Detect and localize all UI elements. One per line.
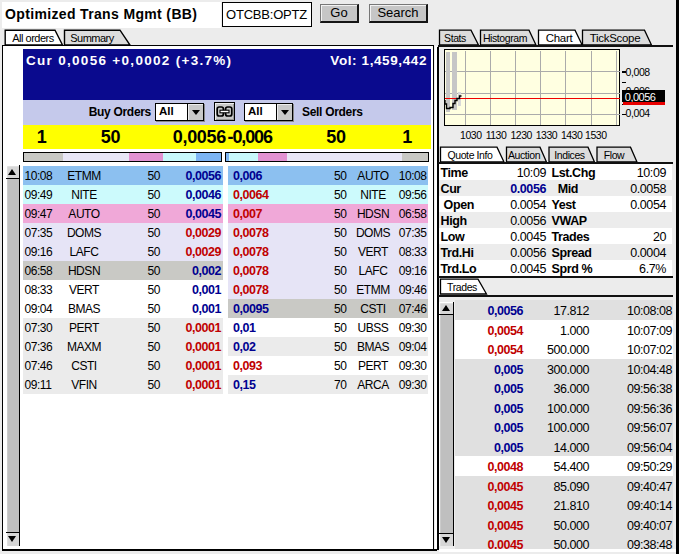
svg-text:TickScope: TickScope — [590, 32, 641, 44]
svg-text:Quote Info: Quote Info — [447, 149, 493, 161]
svg-text:Summary: Summary — [70, 32, 115, 44]
svg-text:Indices: Indices — [554, 149, 585, 161]
svg-text:Chart: Chart — [546, 32, 574, 44]
svg-text:All orders: All orders — [12, 32, 54, 44]
svg-text:Stats: Stats — [444, 32, 466, 44]
svg-text:Flow: Flow — [604, 149, 625, 161]
svg-text:Histogram: Histogram — [483, 32, 528, 44]
svg-text:Trades: Trades — [447, 281, 477, 293]
svg-text:Auction: Auction — [508, 149, 541, 161]
